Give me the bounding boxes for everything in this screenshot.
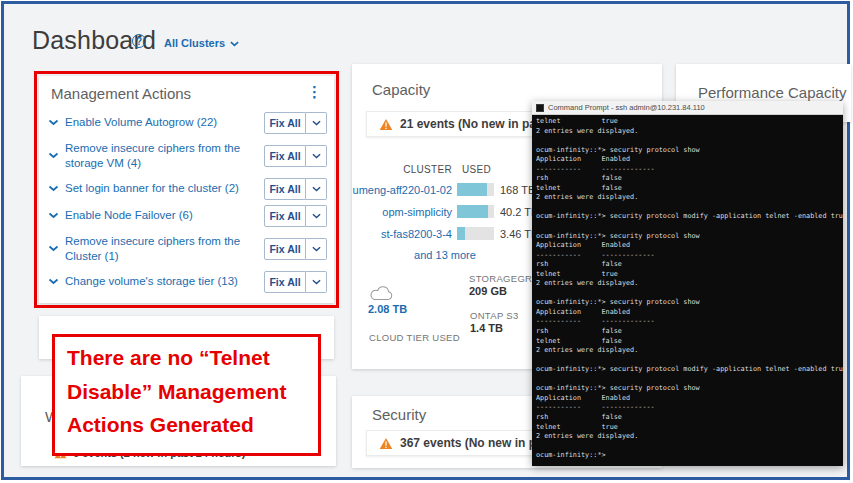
fix-all-dropdown-button[interactable]	[306, 145, 327, 167]
cluster-name-link[interactable]: umeng-aff220-01-02	[352, 184, 452, 196]
annotation-note: There are no “Telnet Disable” Management…	[52, 334, 321, 456]
fix-all-dropdown-button[interactable]	[306, 112, 327, 134]
management-action-label[interactable]: Enable Volume Autogrow (22)	[65, 115, 258, 130]
fix-all-dropdown-button[interactable]	[306, 178, 327, 200]
terminal-title-bar[interactable]: Command Prompt - ssh admin@10.231.84.110	[532, 101, 843, 115]
storagegrid-value: 209 GB	[469, 285, 507, 297]
cluster-name-link[interactable]: st-fas8200-3-4	[352, 228, 452, 240]
management-action-row: Enable Node Failover (6) Fix All	[48, 202, 327, 229]
command-prompt-window[interactable]: Command Prompt - ssh admin@10.231.84.110…	[532, 101, 843, 466]
fix-all-button[interactable]: Fix All	[264, 145, 306, 167]
cluster-selector-label: All Clusters	[164, 37, 225, 49]
annotation-text: There are no “Telnet Disable” Management…	[67, 346, 286, 436]
management-actions-list: Enable Volume Autogrow (22) Fix All Remo…	[39, 102, 334, 295]
terminal-title: Command Prompt - ssh admin@10.231.84.110	[548, 103, 705, 112]
expand-chevron-icon[interactable]	[48, 212, 59, 219]
command-prompt-icon	[536, 104, 544, 112]
column-header-used: USED	[462, 164, 491, 175]
fix-all-dropdown-button[interactable]	[306, 205, 327, 227]
management-action-row: Set login banner for the cluster (2) Fix…	[48, 175, 327, 202]
capacity-usage-bar	[457, 227, 494, 240]
fix-all-button[interactable]: Fix All	[264, 178, 306, 200]
warning-icon	[379, 437, 393, 450]
more-clusters-link[interactable]: and 13 more	[370, 249, 520, 261]
cloud-icon	[368, 286, 394, 301]
column-header-cluster: CLUSTER	[352, 164, 452, 175]
expand-chevron-icon[interactable]	[48, 152, 59, 159]
terminal-body[interactable]: telnet true 2 entries were displayed. oc…	[532, 115, 843, 466]
fix-all-split-button: Fix All	[264, 271, 327, 293]
fix-all-split-button: Fix All	[264, 145, 327, 167]
fix-all-button[interactable]: Fix All	[264, 271, 306, 293]
fix-all-dropdown-button[interactable]	[306, 271, 327, 293]
capacity-usage-bar	[457, 183, 494, 196]
fix-all-split-button: Fix All	[264, 112, 327, 134]
ontap-s3-label: ONTAP S3	[470, 310, 519, 321]
expand-chevron-icon[interactable]	[48, 119, 59, 126]
fix-all-split-button: Fix All	[264, 178, 327, 200]
management-action-label[interactable]: Remove insecure ciphers from the Cluster…	[65, 234, 258, 264]
management-action-row: Change volume's storage tier (13) Fix Al…	[48, 268, 327, 295]
screenshot-frame: Dashboard ? All Clusters Management Acti…	[1, 1, 850, 480]
management-action-row: Enable Volume Autogrow (22) Fix All	[48, 109, 327, 136]
fix-all-split-button: Fix All	[264, 205, 327, 227]
kebab-menu-icon[interactable]: ⋮	[307, 85, 322, 99]
ontap-s3-value: 1.4 TB	[470, 322, 503, 334]
capacity-title: Capacity	[372, 81, 430, 98]
management-actions-title: Management Actions	[51, 85, 191, 102]
cloud-tier-used-label: CLOUD TIER USED	[369, 332, 460, 343]
management-action-row: Remove insecure ciphers from the storage…	[48, 136, 327, 175]
cluster-selector-dropdown[interactable]: All Clusters	[164, 37, 239, 49]
expand-chevron-icon[interactable]	[48, 185, 59, 192]
warning-icon	[379, 118, 393, 131]
management-action-label[interactable]: Remove insecure ciphers from the storage…	[65, 141, 258, 171]
help-icon[interactable]: ?	[132, 34, 146, 48]
management-action-label[interactable]: Set login banner for the cluster (2)	[65, 181, 258, 196]
capacity-usage-bar	[457, 205, 494, 218]
cloud-tier-used-value[interactable]: 2.08 TB	[368, 303, 407, 315]
security-title: Security	[372, 406, 426, 423]
management-action-label[interactable]: Change volume's storage tier (13)	[65, 274, 258, 289]
fix-all-split-button: Fix All	[264, 238, 327, 260]
cluster-name-link[interactable]: opm-simplicity	[352, 206, 452, 218]
fix-all-dropdown-button[interactable]	[306, 238, 327, 260]
capacity-used-value: 168 TB	[500, 184, 535, 196]
expand-chevron-icon[interactable]	[48, 245, 59, 252]
fix-all-button[interactable]: Fix All	[264, 205, 306, 227]
management-actions-panel: Management Actions ⋮ Enable Volume Autog…	[39, 76, 334, 303]
terminal-output: telnet true 2 entries were displayed. oc…	[536, 117, 843, 461]
management-action-label[interactable]: Enable Node Failover (6)	[65, 208, 258, 223]
performance-capacity-title: Performance Capacity	[698, 84, 846, 101]
expand-chevron-icon[interactable]	[48, 278, 59, 285]
management-action-row: Remove insecure ciphers from the Cluster…	[48, 229, 327, 268]
chevron-down-icon	[230, 37, 239, 49]
fix-all-button[interactable]: Fix All	[264, 238, 306, 260]
fix-all-button[interactable]: Fix All	[264, 112, 306, 134]
